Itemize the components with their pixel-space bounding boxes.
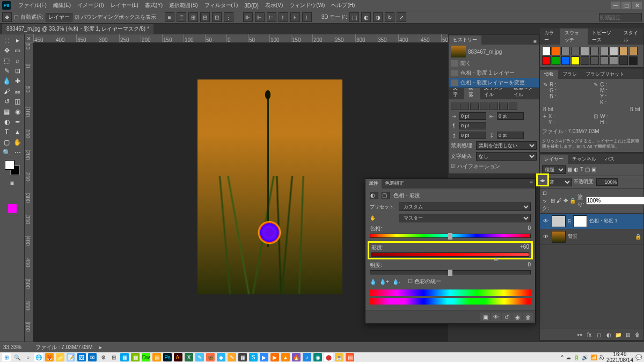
show-bbox-checkbox[interactable]: ☑バウンディングボックスを表示 [75, 13, 156, 21]
skype-icon[interactable]: S [249, 353, 258, 361]
panel-menu-icon[interactable]: ≡ [528, 179, 535, 189]
vlc-icon[interactable]: ▲ [281, 353, 290, 361]
move-tool-icon[interactable]: ✥ [2, 12, 12, 22]
color-range-before[interactable] [370, 289, 531, 296]
zoom-level[interactable]: 33.33% [3, 344, 29, 350]
marquee-tool[interactable]: ⬚ [2, 56, 12, 66]
align-left-icon[interactable] [451, 103, 459, 110]
settings-icon[interactable]: ⚙ [99, 353, 107, 361]
swatch[interactable] [571, 47, 580, 55]
dodge-tool[interactable]: ◐ [2, 117, 12, 127]
photoshop-icon[interactable]: Ps [163, 353, 172, 361]
swatch[interactable] [629, 47, 638, 55]
dreamweaver-icon[interactable]: Dw [142, 353, 150, 361]
swatch[interactable] [571, 56, 580, 65]
crop-tool[interactable]: ⊡ [12, 66, 23, 76]
menu-edit[interactable]: 編集(E) [50, 2, 74, 9]
hue-slider[interactable] [370, 234, 531, 238]
swatch[interactable] [581, 47, 589, 55]
rectangle-tool[interactable]: ▢ [2, 137, 12, 147]
eyedropper-icon[interactable]: 💧 [370, 279, 376, 285]
swatch[interactable] [542, 56, 551, 65]
app-icon[interactable]: ✎ [228, 353, 236, 361]
swatch[interactable] [600, 56, 609, 65]
app-icon[interactable]: ▦ [238, 353, 247, 361]
toolbox-collapse-icon[interactable]: ▸ [12, 35, 23, 45]
menu-help[interactable]: ヘルプ(H) [328, 2, 358, 9]
style-tab[interactable]: スタイル [619, 28, 643, 45]
app-icon[interactable]: 🔥 [292, 353, 301, 361]
mojikumi-select[interactable]: なし [476, 152, 537, 161]
hue-value[interactable]: 0 [528, 225, 531, 233]
justify-right-icon[interactable] [499, 103, 508, 110]
cortana-icon[interactable]: ○ [24, 353, 32, 361]
distribute-icon-5[interactable]: ⊦ [290, 12, 300, 22]
document-tab[interactable]: 883467_m.jpg @ 33.3% (色相・彩度 1, レイヤーマスク/8… [2, 24, 153, 34]
layer-fx-icon[interactable]: fx [585, 331, 594, 338]
status-arrow-icon[interactable]: ▸ [99, 344, 102, 350]
eyedropper-tool[interactable]: 💧 [2, 76, 12, 86]
notepad-icon[interactable]: 📝 [67, 353, 75, 361]
outlook-icon[interactable]: ✉ [88, 353, 97, 361]
lock-pixels-icon[interactable]: 🖌 [557, 197, 562, 205]
layer-name[interactable]: 色相・彩度 1 [589, 218, 618, 225]
clock[interactable]: 16:49 2021/08/14 [606, 351, 633, 362]
color-tab[interactable]: カラー [540, 28, 560, 45]
photos-icon[interactable]: 🖼 [77, 353, 86, 361]
align-icon-4[interactable]: ⊟ [200, 12, 210, 22]
sublime-icon[interactable]: ▤ [152, 353, 161, 361]
hyphenation-checkbox[interactable]: ☑ ハイフネーション [451, 163, 500, 170]
lightness-slider[interactable] [370, 270, 531, 274]
auto-select-target[interactable]: レイヤー [46, 13, 72, 21]
lock-all-icon[interactable]: 🔒 [569, 197, 576, 205]
indent-right-input[interactable] [497, 112, 524, 120]
app-icon[interactable]: ◉ [313, 353, 322, 361]
music-icon[interactable]: ♪ [303, 353, 311, 361]
swatch[interactable] [610, 56, 618, 65]
layer-name[interactable]: 背景 [568, 233, 577, 240]
notification-icon[interactable]: 💬 [635, 354, 642, 360]
space-after-input[interactable] [497, 132, 524, 139]
menu-view[interactable]: 表示(V) [262, 2, 286, 9]
brush-preset-tab[interactable]: ブラシプリセット [581, 70, 628, 79]
delete-layer-icon[interactable]: 🗑 [633, 331, 642, 338]
indent-left-input[interactable] [459, 112, 486, 120]
swatch[interactable] [590, 56, 599, 65]
stamp-tool[interactable]: ⅏ [12, 86, 23, 96]
kinsoku-select[interactable]: 禁則を使用しない [476, 141, 537, 150]
link-layers-icon[interactable]: ⚯ [575, 331, 584, 338]
panel-menu-icon[interactable]: ≡ [531, 39, 539, 45]
new-layer-icon[interactable]: ⊞ [624, 331, 632, 338]
history-step[interactable]: 色相・彩度レイヤーを変更 [449, 78, 539, 88]
swatch[interactable] [552, 47, 560, 55]
app-icon[interactable]: ◆ [217, 353, 225, 361]
history-step[interactable]: 開く [449, 59, 539, 68]
record-icon[interactable]: ⬤ [324, 353, 333, 361]
maximize-button[interactable]: ◻ [621, 2, 631, 9]
hand-tool[interactable]: ✋ [12, 137, 23, 147]
menu-layer[interactable]: レイヤー(L) [107, 2, 142, 9]
tray-volume-icon[interactable]: 🔊 [582, 354, 588, 360]
swatch[interactable] [610, 47, 618, 55]
space-before-input[interactable] [459, 132, 486, 139]
channel-select[interactable]: マスター [399, 214, 531, 222]
zoom-icon[interactable]: ▶ [260, 353, 268, 361]
first-line-input[interactable] [459, 122, 486, 129]
mask-thumb-icon[interactable] [573, 215, 587, 227]
swatch[interactable] [542, 47, 551, 55]
quick-mask-toggle[interactable]: ◙ [7, 178, 18, 187]
visibility-icon[interactable]: 👁 [542, 218, 550, 225]
toolbox-handle-icon[interactable]: ⸬ [2, 35, 12, 45]
menu-filter[interactable]: フィルター(T) [201, 2, 241, 9]
app-icon[interactable]: 🦋 [206, 353, 215, 361]
properties-tab[interactable]: 属性 [365, 179, 382, 189]
new-group-icon[interactable]: 📁 [614, 331, 623, 338]
distribute-icon-4[interactable]: ⊧ [279, 12, 288, 22]
healing-tool[interactable]: ✚ [12, 76, 23, 86]
reset-icon[interactable]: ↺ [502, 313, 511, 321]
ruler-vertical[interactable]: 5005010015020025030035040045050055060065… [25, 43, 33, 342]
swatch[interactable] [552, 56, 560, 65]
quick-select-tool[interactable]: ✎ [2, 66, 12, 76]
start-button[interactable]: ⊞ [2, 353, 11, 361]
screen-mode[interactable] [8, 204, 17, 213]
